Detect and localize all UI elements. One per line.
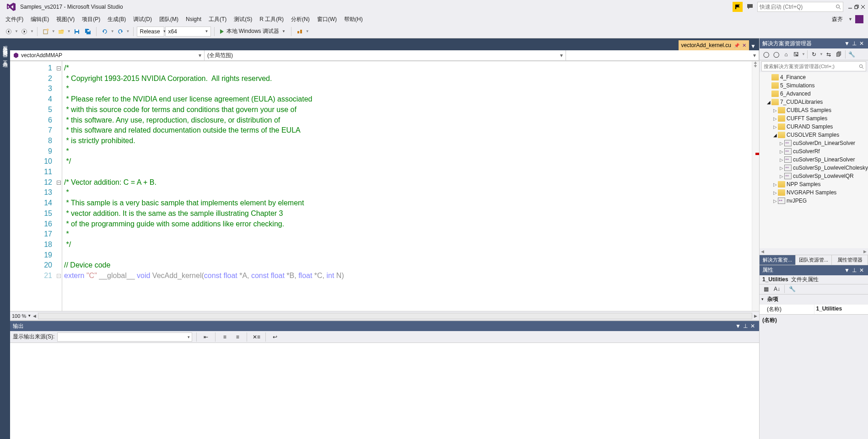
restore-button[interactable] bbox=[853, 4, 860, 10]
menu-tools[interactable]: 工具(T) bbox=[205, 14, 230, 25]
menu-analyze[interactable]: 分析(N) bbox=[287, 14, 313, 25]
nav-fwd-button[interactable] bbox=[19, 27, 29, 37]
start-debugging-button[interactable]: 本地 Windows 调试器 ▼ bbox=[216, 27, 290, 37]
next-icon[interactable]: ≡ bbox=[232, 332, 243, 342]
menu-help[interactable]: 帮助(H) bbox=[340, 14, 367, 25]
server-explorer-tab[interactable]: 服务器资源管理器 bbox=[0, 38, 10, 53]
menu-team[interactable]: 团队(M) bbox=[156, 14, 182, 25]
horizontal-scrollbar[interactable] bbox=[38, 313, 752, 319]
menu-test[interactable]: 测试(S) bbox=[230, 14, 256, 25]
tree-node[interactable]: 6_Advanced bbox=[760, 90, 868, 98]
tree-node[interactable]: ▷cuSolverDn_LinearSolver bbox=[760, 139, 868, 147]
menu-nsight[interactable]: Nsight bbox=[182, 15, 205, 24]
tree-node[interactable]: ▷NVGRAPH Samples bbox=[760, 188, 868, 197]
tree-node[interactable]: ▷cuSolverSp_LowlevelQR bbox=[760, 172, 868, 180]
show-all-icon[interactable]: 🗐 bbox=[834, 50, 843, 59]
notifications-flag-icon[interactable] bbox=[733, 2, 743, 12]
close-button[interactable] bbox=[860, 4, 866, 10]
properties-icon[interactable]: 🔧 bbox=[847, 50, 857, 59]
chevron-down-icon[interactable]: ▼ bbox=[848, 17, 852, 21]
close-panel-icon[interactable]: ✕ bbox=[749, 322, 756, 330]
tab-team[interactable]: 团队资源管... bbox=[796, 255, 832, 265]
tree-node[interactable]: ▷CURAND Samples bbox=[760, 123, 868, 131]
hscroll-right-button[interactable]: ▶ bbox=[754, 314, 757, 318]
word-wrap-icon[interactable]: ↩ bbox=[270, 332, 280, 342]
categorized-icon[interactable]: ▦ bbox=[761, 284, 771, 294]
tree-node[interactable]: 5_Simulations bbox=[760, 81, 868, 90]
search-icon[interactable] bbox=[859, 64, 864, 69]
collapse-icon[interactable]: ⇆ bbox=[824, 50, 833, 59]
autohide-pin-icon[interactable]: ⊥ bbox=[851, 40, 858, 47]
solution-explorer-header[interactable]: 解决方案资源管理器 ▼ ⊥ ✕ bbox=[760, 38, 868, 48]
search-icon[interactable] bbox=[836, 4, 841, 10]
save-all-button[interactable] bbox=[83, 27, 93, 37]
fold-margin[interactable] bbox=[56, 61, 62, 311]
fwd-icon[interactable]: ◯ bbox=[771, 50, 781, 59]
feedback-icon[interactable] bbox=[745, 2, 755, 11]
menu-build[interactable]: 生成(B) bbox=[104, 14, 129, 25]
window-pos-icon[interactable]: ▼ bbox=[843, 40, 851, 47]
quick-launch-input[interactable] bbox=[760, 4, 836, 10]
undo-button[interactable] bbox=[100, 27, 110, 37]
refresh-icon[interactable]: ↻ bbox=[809, 50, 819, 59]
pin-icon[interactable]: 📌 bbox=[734, 43, 739, 48]
tree-node[interactable]: ▷nvJPEG bbox=[760, 197, 868, 205]
previous-icon[interactable]: ≡ bbox=[220, 332, 230, 342]
home-icon[interactable]: ⌂ bbox=[782, 50, 791, 59]
close-panel-icon[interactable]: ✕ bbox=[858, 40, 865, 47]
property-pages-icon[interactable]: 🔧 bbox=[787, 284, 797, 294]
autohide-pin-icon[interactable]: ⊥ bbox=[742, 322, 749, 330]
minimize-button[interactable] bbox=[847, 4, 853, 10]
type-selector[interactable]: (全局范围)▾ bbox=[205, 50, 566, 61]
zoom-dropdown[interactable]: 100 %▼ bbox=[12, 313, 31, 319]
window-pos-icon[interactable]: ▼ bbox=[843, 267, 851, 274]
hscroll-right-icon[interactable]: ▶ bbox=[863, 249, 867, 254]
toolbox-tab[interactable]: 工具箱 bbox=[0, 53, 10, 63]
hscroll-left-button[interactable]: ◀ bbox=[33, 314, 36, 318]
quick-launch-box[interactable] bbox=[757, 2, 843, 12]
code-editor[interactable]: 123456789101112131415161718192021 /* * C… bbox=[10, 61, 759, 311]
save-button[interactable] bbox=[72, 27, 82, 37]
build-config-dropdown[interactable]: Release▼ bbox=[137, 27, 164, 37]
find-message-icon[interactable]: ⇤ bbox=[201, 332, 211, 342]
hscroll-left-icon[interactable]: ◀ bbox=[761, 249, 764, 254]
tree-node[interactable]: ▷cuSolverSp_LowlevelCholesky bbox=[760, 164, 868, 172]
tree-node[interactable]: ▷CUFFT Samples bbox=[760, 114, 868, 123]
tree-node[interactable]: ◢CUSOLVER Samples bbox=[760, 131, 868, 139]
window-pos-icon[interactable]: ▼ bbox=[734, 322, 742, 330]
solution-search-box[interactable] bbox=[761, 61, 866, 71]
solution-search-input[interactable] bbox=[764, 64, 859, 69]
menu-edit[interactable]: 编辑(E) bbox=[27, 14, 53, 25]
menu-debug[interactable]: 调试(D) bbox=[129, 14, 156, 25]
account-box-icon[interactable] bbox=[855, 15, 863, 23]
tree-node[interactable]: ▷CUBLAS Samples bbox=[760, 106, 868, 114]
member-selector[interactable]: ▾ bbox=[566, 50, 759, 61]
tree-node[interactable]: ▷NPP Samples bbox=[760, 180, 868, 188]
autohide-pin-icon[interactable]: ⊥ bbox=[851, 267, 858, 274]
nav-back-button[interactable] bbox=[4, 27, 14, 37]
output-header[interactable]: 输出 ▼ ⊥ ✕ bbox=[10, 321, 759, 331]
tree-node[interactable]: ▷cuSolverSp_LinearSolver bbox=[760, 155, 868, 164]
tree-node[interactable]: ▷cuSolverRf bbox=[760, 147, 868, 155]
tree-node[interactable]: ◢7_CUDALibraries bbox=[760, 98, 868, 106]
vertical-scrollbar[interactable]: ‡ bbox=[752, 61, 759, 311]
menu-r-tools[interactable]: R 工具(R) bbox=[256, 14, 287, 25]
scope-selector[interactable]: vectorAddMMAP ▾ bbox=[10, 50, 205, 61]
code-area[interactable]: /* * Copyright 1993-2015 NVIDIA Corporat… bbox=[62, 61, 759, 311]
redo-button[interactable] bbox=[115, 27, 125, 37]
output-body[interactable] bbox=[10, 343, 759, 439]
tree-node[interactable]: 4_Finance bbox=[760, 73, 868, 81]
properties-header[interactable]: 属性 ▼ ⊥ ✕ bbox=[760, 265, 868, 275]
browser-link-icon[interactable] bbox=[295, 27, 305, 37]
open-file-button[interactable] bbox=[56, 27, 66, 37]
alphabetical-icon[interactable]: A↓ bbox=[772, 284, 782, 294]
menu-view[interactable]: 视图(V) bbox=[53, 14, 78, 25]
property-row-value[interactable]: 1_Utilities bbox=[814, 305, 868, 314]
doctab-active[interactable]: vectorAdd_kernel.cu 📌 ✕ bbox=[679, 40, 749, 50]
active-files-dropdown-icon[interactable]: ▼ bbox=[749, 42, 757, 50]
property-row[interactable]: (名称) 1_Utilities bbox=[760, 304, 868, 314]
menu-project[interactable]: 项目(P) bbox=[78, 14, 104, 25]
solution-tree[interactable]: 4_Finance5_Simulations6_Advanced◢7_CUDAL… bbox=[760, 72, 868, 248]
new-project-button[interactable] bbox=[41, 27, 51, 37]
split-icon[interactable]: ‡ bbox=[753, 62, 758, 68]
